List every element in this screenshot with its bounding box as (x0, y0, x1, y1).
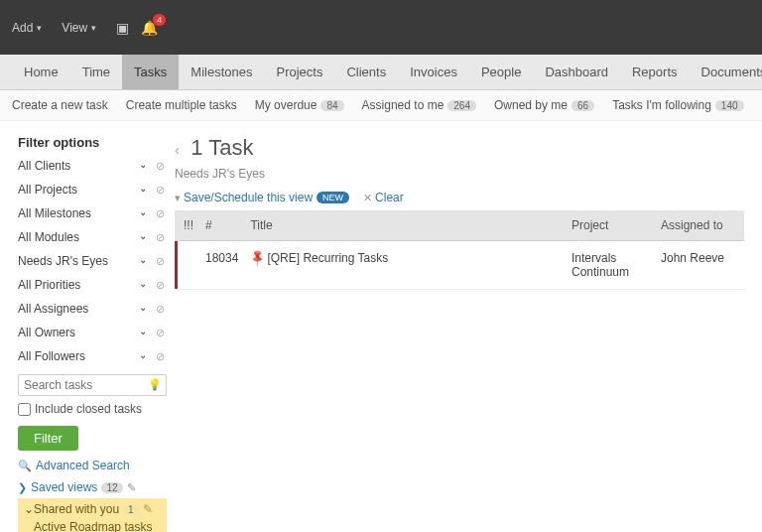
filter-select[interactable]: All Priorities⌄ (18, 275, 149, 295)
chevron-down-icon: ⌄ (139, 326, 147, 336)
content: ‹ 1 Task Needs JR's Eyes ▾Save/Schedule … (175, 135, 744, 532)
funnel-icon: ▾ (175, 192, 181, 204)
shared-section: ⌄Shared with you1 ✎ Active Roadmap tasks… (18, 498, 167, 532)
add-menu[interactable]: Add▾ (12, 21, 42, 35)
tab-projects[interactable]: Projects (264, 55, 334, 89)
tab-tasks[interactable]: Tasks (122, 55, 179, 89)
chevron-down-icon: ⌄ (139, 254, 147, 265)
filter-out-icon[interactable]: ⊘ (153, 349, 167, 363)
filter-button[interactable]: Filter (18, 426, 78, 451)
subnav-item[interactable]: Owned by me66 (494, 98, 594, 112)
tab-dashboard[interactable]: Dashboard (533, 55, 620, 89)
filter-out-icon[interactable]: ⊘ (153, 183, 167, 197)
chevron-down-icon: ⌄ (139, 206, 147, 217)
col-priority[interactable]: !!! (178, 210, 199, 241)
save-view-link[interactable]: ▾Save/Schedule this viewNEW (175, 191, 349, 204)
col-title[interactable]: Title (244, 210, 566, 241)
chevron-down-icon: ⌄ (139, 183, 147, 194)
bell-icon[interactable]: 🔔4 (141, 20, 158, 36)
col-assigned[interactable]: Assigned to (655, 210, 744, 241)
filter-title: Filter options (18, 135, 167, 150)
col-project[interactable]: Project (566, 210, 655, 241)
count-badge: 264 (447, 100, 476, 111)
tab-people[interactable]: People (469, 55, 533, 89)
filter-select[interactable]: All Assignees⌄ (18, 299, 149, 319)
view-menu[interactable]: View▾ (62, 21, 96, 35)
filter-select[interactable]: All Modules⌄ (18, 227, 149, 247)
new-badge: NEW (317, 192, 349, 203)
filter-out-icon[interactable]: ⊘ (153, 326, 167, 339)
shared-item[interactable]: Active Roadmap tasks by hours (24, 516, 161, 532)
shared-header[interactable]: ⌄Shared with you1 ✎ (24, 502, 161, 516)
chevron-down-icon: ⌄ (139, 230, 147, 241)
sidebar: Filter options All Clients⌄⊘All Projects… (18, 135, 167, 532)
topbar: Add▾ View▾ ▣ 🔔4 (0, 0, 762, 55)
cell-assigned: John Reeve (655, 241, 744, 290)
filter-out-icon[interactable]: ⊘ (153, 278, 167, 292)
subnav-item[interactable]: Create multiple tasks (126, 98, 237, 112)
bulb-icon: 💡 (148, 378, 162, 391)
filter-out-icon[interactable]: ⊘ (153, 159, 167, 173)
tab-reports[interactable]: Reports (620, 55, 690, 89)
count-badge: 140 (715, 100, 744, 111)
subnav-item[interactable]: Tasks I'm following140 (612, 98, 743, 112)
filter-select[interactable]: Needs JR's Eyes⌄ (18, 251, 149, 271)
chevron-down-icon: ⌄ (139, 159, 147, 170)
main-tabs: HomeTimeTasksMilestonesProjectsClientsIn… (0, 55, 762, 90)
collapse-sidebar-icon[interactable]: ‹ (175, 142, 180, 158)
caret-down-icon: ▾ (37, 23, 42, 33)
chevron-down-icon: ⌄ (139, 278, 147, 289)
page-title: 1 Task (190, 135, 253, 161)
clear-link[interactable]: ✕Clear (363, 191, 404, 204)
shared-count: 1 (123, 504, 139, 515)
count-badge: 84 (320, 100, 343, 111)
pencil-icon[interactable]: ✎ (127, 481, 136, 494)
tasks-table: !!! # Title Project Assigned to 18034📌[Q… (175, 210, 744, 290)
saved-views-link[interactable]: ❯Saved views12 ✎ (18, 480, 167, 494)
tab-milestones[interactable]: Milestones (179, 55, 264, 89)
chevron-right-icon: ❯ (18, 481, 27, 494)
filter-select[interactable]: All Owners⌄ (18, 323, 149, 342)
filter-out-icon[interactable]: ⊘ (153, 302, 167, 316)
subnav-item[interactable]: My overdue84 (255, 98, 344, 112)
sub-nav: Create a new taskCreate multiple tasksMy… (0, 90, 762, 121)
page-subtitle: Needs JR's Eyes (175, 167, 744, 181)
filter-select[interactable]: All Followers⌄ (18, 346, 149, 366)
cell-number: 18034 (199, 241, 244, 290)
cell-title[interactable]: 📌[QRE] Recurring Tasks (244, 241, 566, 290)
search-input[interactable] (18, 374, 167, 396)
tab-invoices[interactable]: Invoices (398, 55, 469, 89)
pencil-icon[interactable]: ✎ (143, 502, 153, 516)
messages-icon[interactable]: ▣ (116, 20, 129, 36)
count-badge: 66 (572, 100, 594, 111)
notifications-badge: 4 (153, 14, 166, 26)
filter-select[interactable]: All Milestones⌄ (18, 203, 149, 223)
chevron-down-icon: ⌄ (139, 302, 147, 313)
pin-icon: 📌 (248, 248, 269, 269)
tab-home[interactable]: Home (12, 55, 70, 89)
close-icon: ✕ (363, 192, 372, 204)
filter-select[interactable]: All Clients⌄ (18, 156, 149, 176)
subnav-item[interactable]: Create a new task (12, 98, 108, 112)
cell-project: Intervals Continuum (566, 241, 655, 290)
col-number[interactable]: # (199, 210, 244, 241)
table-row[interactable]: 18034📌[QRE] Recurring TasksIntervals Con… (175, 241, 744, 290)
filter-out-icon[interactable]: ⊘ (153, 206, 167, 220)
tab-clients[interactable]: Clients (334, 55, 398, 89)
filter-out-icon[interactable]: ⊘ (153, 254, 167, 268)
chevron-down-icon: ⌄ (139, 349, 147, 360)
advanced-search-link[interactable]: 🔍Advanced Search (18, 459, 167, 472)
chevron-down-icon: ⌄ (24, 502, 34, 516)
search-icon: 🔍 (18, 460, 32, 472)
tab-documents[interactable]: Documents (690, 55, 762, 89)
filter-select[interactable]: All Projects⌄ (18, 180, 149, 200)
filter-out-icon[interactable]: ⊘ (153, 230, 167, 244)
include-closed-checkbox[interactable]: Include closed tasks (18, 402, 167, 416)
saved-count: 12 (101, 482, 122, 493)
tab-time[interactable]: Time (70, 55, 122, 89)
caret-down-icon: ▾ (91, 23, 96, 33)
subnav-item[interactable]: Assigned to me264 (362, 98, 476, 112)
